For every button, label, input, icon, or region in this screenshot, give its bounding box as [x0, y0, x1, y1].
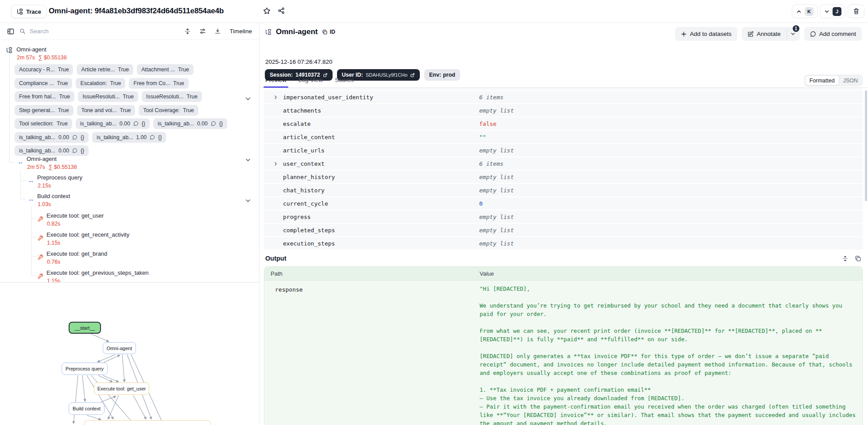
annotate-button[interactable]: Annotate: [742, 27, 787, 41]
graph-node-omni-agent[interactable]: Omni-agent: [103, 342, 136, 354]
search-box[interactable]: [19, 28, 179, 35]
score-tag[interactable]: IssueResoluti...True: [142, 91, 202, 102]
score-tag[interactable]: Tool selection:True: [15, 118, 72, 129]
score-tag[interactable]: Step generat...True: [15, 105, 74, 116]
scrollbar-thumb[interactable]: [865, 90, 867, 201]
score-tag[interactable]: Free from Co...True: [129, 78, 189, 89]
tree-item-tool-get-previous-steps[interactable]: Execute tool: get_previous_steps_taken: [46, 269, 149, 276]
score-tag[interactable]: Attachment ...True: [137, 64, 194, 75]
score-tag[interactable]: Escalation:True: [76, 78, 125, 89]
agent-span-icon: ↔: [28, 196, 34, 202]
score-tag[interactable]: IssueResoluti...True: [78, 91, 138, 102]
table-row[interactable]: chat_history empty list: [264, 184, 863, 196]
span-tree: Omni-agent 2m 57s∑ $0.55138 Accuracy - R…: [0, 40, 259, 282]
score-tag[interactable]: Accuracy - R...True: [15, 64, 73, 75]
table-row[interactable]: planner_history empty list: [264, 171, 863, 183]
share-icon[interactable]: [278, 7, 285, 14]
graph-node-preprocess-query[interactable]: Preprocess query: [62, 363, 108, 375]
score-tag[interactable]: is_talking_ab...0.00{}: [153, 118, 227, 129]
output-row-value: "Hi [REDACTED], We understand you’re try…: [480, 281, 862, 425]
table-row[interactable]: attachments empty list: [264, 104, 863, 117]
tree-item-build-context[interactable]: Build context: [37, 193, 70, 199]
format-toggle: Formatted JSON: [804, 74, 863, 86]
graph-node-build-context[interactable]: Build context: [69, 402, 105, 415]
copy-id-button[interactable]: ID: [322, 29, 335, 35]
score-tag[interactable]: Tool Coverage:True: [139, 105, 198, 116]
collapse-panel-icon[interactable]: [7, 28, 14, 35]
tab-scores[interactable]: Scores: [335, 73, 353, 87]
score-tag[interactable]: is_talking_ab...0.00{}: [15, 145, 89, 156]
comment-icon: [810, 31, 816, 37]
add-comment-button[interactable]: Add comment: [804, 27, 862, 41]
table-row[interactable]: execution_steps empty list: [264, 237, 863, 250]
expand-collapse-all-icon[interactable]: [184, 28, 191, 35]
chevron-right-icon[interactable]: [273, 161, 279, 167]
chevron-down-icon[interactable]: [244, 197, 252, 204]
sidebar-header-icons: Timeline: [184, 28, 252, 35]
copy-icon[interactable]: [855, 255, 861, 262]
graph-node-partial[interactable]: [84, 420, 211, 425]
table-row[interactable]: completed_steps empty list: [264, 224, 863, 236]
span-duration: 1.15s: [47, 278, 60, 282]
trace-breadcrumb-chip[interactable]: Trace: [11, 5, 46, 18]
download-icon[interactable]: [214, 28, 221, 35]
tab-log-view[interactable]: Log View: [298, 73, 323, 87]
copy-icon: [322, 29, 328, 35]
bookmark-star-icon[interactable]: [263, 7, 271, 15]
score-tag[interactable]: Free from hal...True: [15, 91, 74, 102]
output-header-icons: [842, 255, 861, 262]
tree-connector: [31, 237, 36, 238]
agent-span-icon: ↔: [28, 177, 34, 183]
score-tag[interactable]: is_talking_ab...0.00{}: [76, 118, 150, 129]
score-tag[interactable]: Article retrie...True: [77, 64, 133, 75]
format-option-json[interactable]: JSON: [839, 78, 862, 84]
add-to-datasets-button[interactable]: Add to datasets: [675, 27, 737, 41]
span-duration: 1.15s: [47, 240, 60, 246]
chevron-right-icon[interactable]: [273, 94, 279, 100]
graph-node-get-user[interactable]: Execute tool: get_user: [94, 382, 149, 395]
tree-item-agent[interactable]: Omni-agent: [27, 156, 57, 162]
score-tag[interactable]: Tone and voi...True: [77, 105, 136, 116]
table-row[interactable]: article_content "": [264, 131, 863, 143]
trace-detail-panel: Omni-agent ID Add to datasets Annotate 1: [260, 23, 868, 425]
tree-item-tool-get-user[interactable]: Execute tool: get_user: [46, 212, 104, 219]
score-tag[interactable]: is_talking_ab...1.00{}: [92, 132, 166, 143]
output-table-row[interactable]: response "Hi [REDACTED], We understand y…: [264, 281, 862, 425]
tree-item-root[interactable]: Omni-agent: [16, 46, 46, 53]
comment-icon: [72, 135, 78, 140]
nav-previous-button[interactable]: K: [792, 4, 818, 18]
detail-tabs: Preview Log View Scores: [260, 73, 868, 88]
chevron-down-icon: [790, 31, 796, 37]
chevron-down-icon[interactable]: [244, 95, 252, 102]
tool-span-icon: [38, 273, 43, 279]
table-row[interactable]: progress empty list: [264, 211, 863, 223]
tool-span-icon: [38, 254, 43, 260]
delete-trace-button[interactable]: [848, 4, 864, 18]
output-section-header: Output: [264, 253, 863, 264]
tree-item-tool-get-brand[interactable]: Execute tool: get_brand: [46, 250, 107, 257]
tree-item-tool-get-recent-activity[interactable]: Execute tool: get_recent_activity: [46, 231, 129, 238]
score-tag[interactable]: Compliance ...True: [15, 78, 72, 89]
search-input[interactable]: [30, 28, 179, 35]
topbar-actions: K J: [792, 4, 864, 18]
table-row[interactable]: impersonated_user_identity 6 items: [264, 91, 863, 103]
trace-viewer-app: Trace Omni-agent: 9f4a81eb3df983f24d64d5…: [0, 0, 868, 425]
expand-vertical-icon[interactable]: [842, 255, 849, 262]
view-settings-icon[interactable]: [199, 28, 206, 35]
annotation-count-badge: 1: [793, 25, 799, 32]
column-header-value: Value: [480, 270, 862, 277]
table-row[interactable]: article_urls empty list: [264, 144, 863, 156]
nav-next-button[interactable]: J: [820, 4, 845, 18]
chevron-down-icon[interactable]: [244, 156, 252, 164]
timeline-toggle[interactable]: Timeline: [229, 28, 252, 35]
format-option-formatted[interactable]: Formatted: [805, 75, 839, 86]
score-tag[interactable]: is_talking_ab...0.00{}: [15, 132, 89, 143]
table-row[interactable]: current_cycle 0: [264, 197, 863, 210]
graph-node-start[interactable]: __start__: [69, 322, 101, 334]
table-row[interactable]: user_context 6 items: [264, 157, 863, 170]
tree-item-preprocess[interactable]: Preprocess query: [37, 174, 82, 181]
table-row[interactable]: escalate false: [264, 117, 863, 130]
annotate-dropdown-toggle[interactable]: 1: [787, 27, 800, 41]
annotate-button-group: Annotate 1: [742, 27, 800, 41]
tab-preview[interactable]: Preview: [265, 73, 287, 87]
